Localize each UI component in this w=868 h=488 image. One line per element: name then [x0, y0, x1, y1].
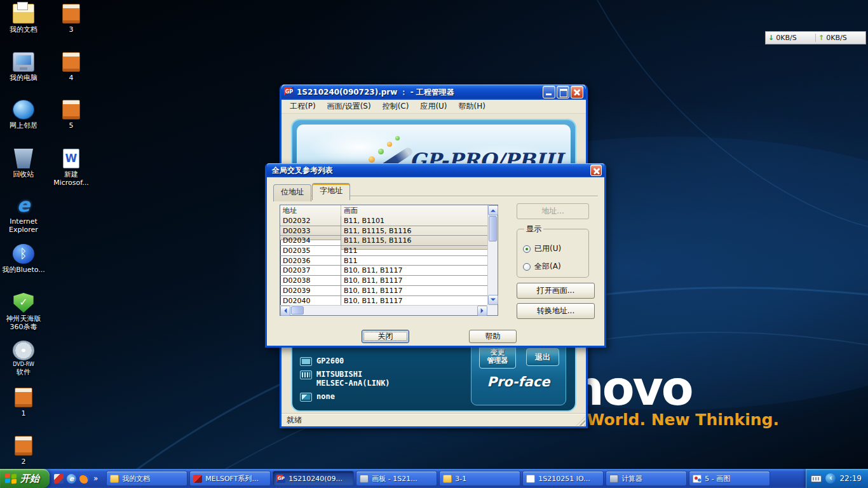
recycle-bin-icon — [13, 149, 34, 168]
dialog-help-button[interactable]: 帮助 — [469, 330, 517, 343]
desktop-icon-doc-2[interactable]: 2 — [1, 436, 46, 466]
download-speed-value: 0KB/S — [776, 34, 796, 42]
radio-used[interactable]: 已用(U) — [523, 243, 583, 254]
tab-word-address[interactable]: 字地址 — [312, 183, 350, 200]
keyboard-icon[interactable] — [811, 475, 822, 482]
quick-launch-ie-icon[interactable] — [67, 474, 76, 484]
gp-icon: GP — [276, 475, 285, 483]
quick-launch-expand-icon[interactable] — [92, 474, 99, 483]
taskbar: 开始 我的文档 MELSOFT系列... GP 1S210240(09... 画… — [0, 469, 868, 488]
table-row[interactable]: D02032 B11, B1101 — [280, 216, 487, 226]
desktop-icon-recycle-bin[interactable]: 回收站 — [1, 149, 46, 179]
desktop-icon-doc-3[interactable]: 3 — [48, 4, 94, 34]
menu-help[interactable]: 帮助(H) — [453, 99, 491, 114]
cell-screens: B10, B11, B1117 — [341, 296, 487, 306]
task-button-melsoft[interactable]: MELSOFT系列... — [189, 471, 271, 486]
radio-all[interactable]: 全部(A) — [523, 261, 583, 272]
device-summary: GP2600 MITSUBISHI MELSEC-AnA(LINK) none — [300, 357, 390, 402]
menu-application[interactable]: 应用(U) — [414, 99, 452, 114]
dialog-close-button[interactable] — [590, 165, 602, 176]
book-icon — [15, 388, 32, 407]
table-row[interactable]: D02039 B10, B11, B1117 — [280, 286, 487, 296]
table-row[interactable]: D02038 B10, B11, B1117 — [280, 276, 487, 286]
task-button-1s210251[interactable]: 1S210251 IO... — [522, 471, 604, 486]
table-row[interactable]: D02040 B10, B11, B1117 — [280, 296, 487, 306]
task-button-1s210240[interactable]: GP 1S210240(09... — [273, 471, 354, 486]
task-button-my-documents[interactable]: 我的文档 — [106, 471, 187, 486]
book-icon — [62, 52, 80, 72]
scroll-track — [488, 242, 498, 295]
scroll-down-icon[interactable] — [488, 295, 498, 305]
task-button-calculator[interactable]: 计算器 — [606, 471, 687, 486]
start-button[interactable]: 开始 — [0, 469, 50, 488]
dialog-titlebar[interactable]: 全局交叉参考列表 — [267, 163, 604, 177]
tab-bit-address[interactable]: 位地址 — [273, 184, 311, 201]
desktop-icon-my-computer[interactable]: 我的电脑 — [1, 52, 46, 82]
horizontal-scroll-thumb[interactable] — [291, 306, 304, 315]
start-label: 开始 — [20, 473, 39, 485]
status-text: 就绪 — [287, 415, 302, 426]
dialog-close-action-button[interactable]: 关闭 — [362, 330, 409, 343]
desktop-icon-dvd-software[interactable]: DVD-RW 软件 — [1, 341, 46, 376]
scroll-left-icon[interactable] — [280, 306, 290, 316]
desktop-icon-doc-1[interactable]: 1 — [1, 388, 46, 417]
antivirus-shield-icon — [13, 293, 34, 313]
window-titlebar[interactable]: GP 1S210240(090723).prw ： - 工程管理器 — [281, 85, 586, 100]
desktop-icon-bluetooth[interactable]: 我的Blueto... — [1, 244, 46, 274]
menu-project[interactable]: 工程(P) — [284, 99, 322, 114]
windows-logo-icon — [5, 473, 17, 484]
window-title: 1S210240(090723).prw ： - 工程管理器 — [294, 87, 543, 98]
clock[interactable]: 22:19 — [839, 474, 862, 483]
convert-address-button[interactable]: 转换地址... — [517, 303, 595, 319]
horizontal-scrollbar[interactable] — [280, 305, 487, 315]
vertical-scroll-thumb[interactable] — [489, 216, 497, 241]
book-icon — [15, 436, 32, 456]
task-button-3-1[interactable]: 3-1 — [439, 471, 520, 486]
vertical-scrollbar[interactable] — [487, 205, 498, 305]
desktop-icon-new-word-doc[interactable]: 新建 Microsof... — [48, 149, 94, 187]
scroll-right-icon[interactable] — [477, 306, 487, 316]
quick-launch-app-icon[interactable] — [54, 474, 64, 484]
table-row[interactable]: D02033 B11, B1115, B1116 — [280, 226, 487, 236]
menu-control[interactable]: 控制(C) — [377, 99, 415, 114]
table-row[interactable]: D02037 B10, B11, B1117 — [280, 266, 487, 276]
maximize-button[interactable] — [557, 86, 569, 98]
plc-type-icon — [300, 370, 312, 379]
book-icon — [62, 100, 80, 119]
exit-button[interactable]: 退出 — [526, 348, 559, 366]
menu-screen-settings[interactable]: 画面/设置(S) — [322, 99, 377, 114]
task-button-drawing-board[interactable]: 画板 - 1S21... — [356, 471, 437, 486]
scroll-up-icon[interactable] — [488, 205, 498, 215]
close-button[interactable] — [571, 86, 583, 98]
network-speed-monitor[interactable]: 0KB/S 0KB/S — [765, 31, 866, 44]
table-row[interactable]: D02035 B11 — [280, 246, 487, 256]
folder-icon — [110, 475, 119, 483]
dialog-body: 位地址 字地址 地址 画面 D02032 B11, B1101 D02033 B… — [267, 177, 604, 346]
table-row[interactable]: D02036 B11 — [280, 256, 487, 266]
upload-speed-value: 0KB/S — [826, 34, 846, 42]
desktop-icon-doc-4[interactable]: 4 — [48, 52, 94, 82]
splash-right-panel: 变更 管理器 退出 Pro-face — [471, 341, 566, 405]
desktop-icon-internet-explorer[interactable]: Internet Explorer — [1, 196, 46, 234]
cell-address: D02040 — [280, 296, 341, 306]
network-places-icon — [13, 100, 34, 119]
icon-label: 网上邻居 — [1, 121, 46, 130]
dot-graphic — [387, 142, 392, 147]
desktop-icon-doc-5[interactable]: 5 — [48, 100, 94, 130]
resize-grip[interactable] — [576, 417, 585, 426]
minimize-button[interactable] — [543, 86, 555, 98]
desktop-icon-antivirus[interactable]: 神州天海版360杀毒 — [1, 293, 46, 331]
language-input-icon[interactable] — [825, 473, 836, 484]
open-screen-button[interactable]: 打开画面... — [517, 283, 595, 299]
desktop-icon-my-documents[interactable]: 我的文档 — [1, 4, 46, 34]
internet-explorer-icon — [13, 196, 34, 215]
address-table[interactable]: 地址 画面 D02032 B11, B1101 D02033 B11, B111… — [280, 205, 498, 316]
scroll-track — [304, 306, 477, 315]
task-button-paint[interactable]: 5 - 画图 — [689, 471, 770, 486]
quick-launch-browser-icon[interactable] — [79, 474, 89, 484]
dvd-icon-caption: DVD-RW — [1, 362, 46, 368]
desktop-icon-network-places[interactable]: 网上邻居 — [1, 100, 46, 130]
change-manager-button[interactable]: 变更 管理器 — [479, 346, 516, 369]
radio-unselected-icon — [523, 263, 531, 271]
table-row[interactable]: D02034 B11, B1115, B1116 — [280, 236, 487, 246]
